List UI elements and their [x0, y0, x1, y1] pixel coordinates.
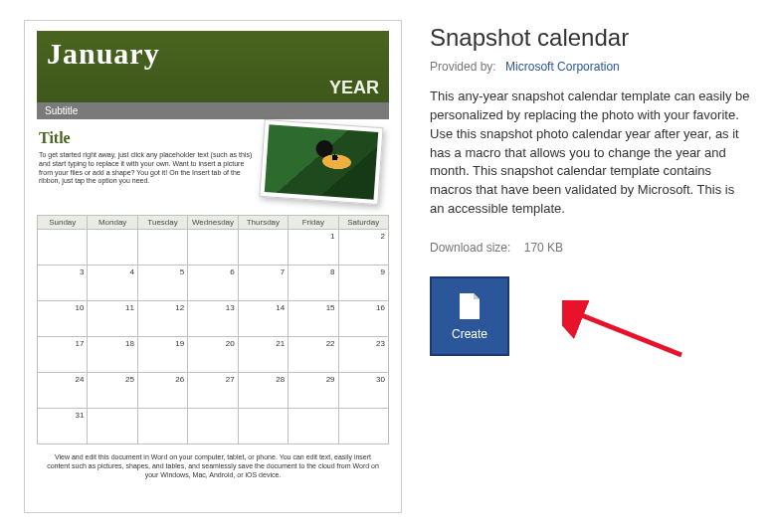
calendar-header: January YEAR — [37, 31, 389, 102]
calendar-day-cell — [88, 230, 137, 266]
calendar-day-cell — [238, 409, 288, 444]
calendar-day-cell: 24 — [38, 373, 88, 409]
calendar-day-cell: 2 — [338, 230, 388, 266]
calendar-day-cell — [38, 230, 88, 266]
calendar-year: YEAR — [329, 78, 379, 98]
calendar-day-cell: 30 — [338, 373, 388, 409]
calendar-day-cell: 6 — [188, 266, 238, 301]
download-size: Download size: 170 KB — [430, 241, 751, 255]
calendar-day-cell: 12 — [137, 301, 187, 337]
calendar-body-text: To get started right away, just click an… — [39, 151, 256, 186]
calendar-day-cell: 17 — [38, 337, 88, 373]
calendar-day-cell: 22 — [289, 337, 338, 373]
calendar-day-header: Sunday — [38, 216, 88, 230]
provided-by: Provided by: Microsoft Corporation — [430, 60, 751, 74]
create-button[interactable]: Create — [430, 276, 509, 356]
calendar-grid: SundayMondayTuesdayWednesdayThursdayFrid… — [37, 215, 389, 444]
calendar-day-cell: 21 — [238, 337, 288, 373]
calendar-day-cell — [137, 230, 187, 266]
calendar-day-cell: 25 — [88, 373, 137, 409]
calendar-day-cell — [289, 409, 338, 444]
calendar-day-cell: 23 — [338, 337, 388, 373]
calendar-day-cell: 14 — [238, 301, 288, 337]
calendar-week-row: 12 — [38, 230, 389, 266]
calendar-day-cell — [188, 409, 238, 444]
calendar-day-header: Wednesday — [188, 216, 238, 230]
calendar-day-cell: 4 — [88, 266, 137, 301]
template-title: Snapshot calendar — [430, 24, 751, 52]
calendar-day-cell: 27 — [188, 373, 238, 409]
new-document-icon — [457, 291, 483, 321]
calendar-day-cell — [88, 409, 137, 444]
calendar-day-cell: 9 — [338, 266, 388, 301]
calendar-week-row: 31 — [38, 409, 389, 444]
calendar-day-cell — [188, 230, 238, 266]
calendar-day-cell: 1 — [289, 230, 338, 266]
download-size-label: Download size: — [430, 241, 510, 255]
calendar-day-cell: 31 — [38, 409, 88, 444]
calendar-week-row: 17181920212223 — [38, 337, 389, 373]
calendar-photo — [259, 119, 383, 205]
calendar-week-row: 3456789 — [38, 266, 389, 301]
calendar-day-cell: 16 — [338, 301, 388, 337]
template-description: This any-year snapshot calendar template… — [430, 88, 751, 219]
create-button-label: Create — [452, 327, 487, 341]
download-size-value: 170 KB — [524, 241, 563, 255]
calendar-day-cell — [137, 409, 187, 444]
provider-link[interactable]: Microsoft Corporation — [505, 60, 620, 74]
calendar-day-cell — [238, 230, 288, 266]
calendar-day-header: Thursday — [238, 216, 288, 230]
calendar-day-cell — [338, 409, 388, 444]
calendar-day-header: Tuesday — [137, 216, 187, 230]
template-preview: January YEAR Subtitle Title To get start… — [24, 20, 402, 513]
calendar-day-cell: 28 — [238, 373, 288, 409]
calendar-day-cell: 13 — [188, 301, 238, 337]
calendar-day-cell: 3 — [38, 266, 88, 301]
calendar-subtitle: Subtitle — [37, 102, 389, 119]
calendar-week-row: 10111213141516 — [38, 301, 389, 337]
calendar-footer: View and edit this document in Word on y… — [37, 444, 389, 479]
provided-by-label: Provided by: — [430, 60, 496, 74]
calendar-week-row: 24252627282930 — [38, 373, 389, 409]
calendar-day-header: Saturday — [338, 216, 388, 230]
calendar-day-cell: 18 — [88, 337, 137, 373]
calendar-day-cell: 19 — [137, 337, 187, 373]
toucan-photo — [265, 124, 378, 200]
template-info-panel: Snapshot calendar Provided by: Microsoft… — [430, 20, 751, 513]
calendar-day-cell: 29 — [289, 373, 338, 409]
calendar-day-cell: 11 — [88, 301, 137, 337]
calendar-day-cell: 10 — [38, 301, 88, 337]
calendar-day-cell: 26 — [137, 373, 187, 409]
calendar-day-cell: 7 — [238, 266, 288, 301]
calendar-month: January — [47, 37, 379, 71]
calendar-day-cell: 5 — [137, 266, 187, 301]
calendar-day-cell: 20 — [188, 337, 238, 373]
calendar-day-header: Friday — [289, 216, 338, 230]
calendar-day-cell: 8 — [289, 266, 338, 301]
calendar-day-cell: 15 — [289, 301, 338, 337]
calendar-day-header: Monday — [88, 216, 137, 230]
calendar-title: Title — [39, 129, 256, 147]
